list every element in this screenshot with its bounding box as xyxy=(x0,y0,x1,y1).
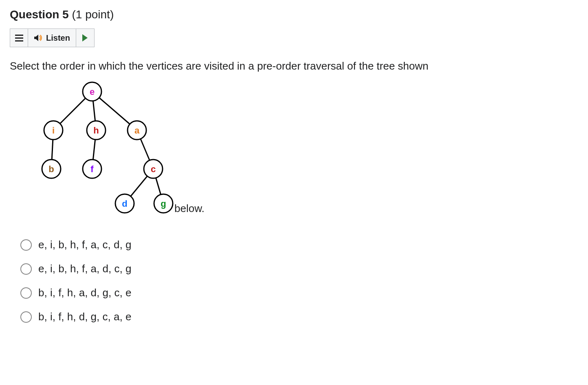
tree-node-g: g xyxy=(154,194,173,213)
svg-text:f: f xyxy=(90,164,94,174)
option-text: b, i, f, h, a, d, g, c, e xyxy=(38,287,131,299)
play-button[interactable] xyxy=(76,29,94,47)
svg-text:g: g xyxy=(161,199,166,209)
question-text-before: Select the order in which the vertices a… xyxy=(10,59,429,73)
svg-text:c: c xyxy=(151,164,156,174)
question-number: Question 5 xyxy=(10,8,69,21)
svg-text:h: h xyxy=(93,125,99,136)
tree-node-d: d xyxy=(115,194,134,213)
listen-label: Listen xyxy=(46,33,70,43)
answer-option-1[interactable]: e, i, b, h, f, a, c, d, g xyxy=(20,238,578,251)
svg-text:b: b xyxy=(48,164,54,174)
radio-icon xyxy=(20,263,32,275)
answer-option-4[interactable]: b, i, f, h, d, g, c, a, e xyxy=(20,311,578,323)
menu-button[interactable] xyxy=(10,29,28,47)
tree-node-b: b xyxy=(42,160,61,178)
tree-node-h: h xyxy=(87,121,106,140)
question-header: Question 5 (1 point) xyxy=(10,8,578,21)
tree-node-i: i xyxy=(44,121,63,140)
question-body: Select the order in which the vertices a… xyxy=(10,59,578,216)
play-icon xyxy=(82,34,88,42)
tree-node-c: c xyxy=(144,160,163,178)
tree-node-e: e xyxy=(83,82,101,101)
question-points: (1 point) xyxy=(72,8,114,21)
svg-text:d: d xyxy=(122,199,127,209)
tree-diagram: e i h a b f c xyxy=(11,77,174,216)
question-text-after: below. xyxy=(174,201,205,216)
tree-node-f: f xyxy=(83,160,101,178)
option-text: e, i, b, h, f, a, d, c, g xyxy=(38,262,131,275)
answer-option-3[interactable]: b, i, f, h, a, d, g, c, e xyxy=(20,287,578,299)
svg-text:a: a xyxy=(134,125,140,136)
listen-button[interactable]: Listen xyxy=(28,29,76,47)
speaker-icon xyxy=(34,34,43,42)
tree-node-a: a xyxy=(128,121,146,140)
radio-icon xyxy=(20,239,32,251)
radio-icon xyxy=(20,287,32,299)
option-text: e, i, b, h, f, a, c, d, g xyxy=(38,238,131,251)
svg-text:i: i xyxy=(52,125,55,136)
svg-text:e: e xyxy=(90,87,95,97)
answer-options: e, i, b, h, f, a, c, d, g e, i, b, h, f,… xyxy=(20,238,578,323)
radio-icon xyxy=(20,311,32,323)
option-text: b, i, f, h, d, g, c, a, e xyxy=(38,311,131,323)
question-toolbar: Listen xyxy=(10,28,95,47)
answer-option-2[interactable]: e, i, b, h, f, a, d, c, g xyxy=(20,262,578,275)
hamburger-icon xyxy=(15,35,23,42)
